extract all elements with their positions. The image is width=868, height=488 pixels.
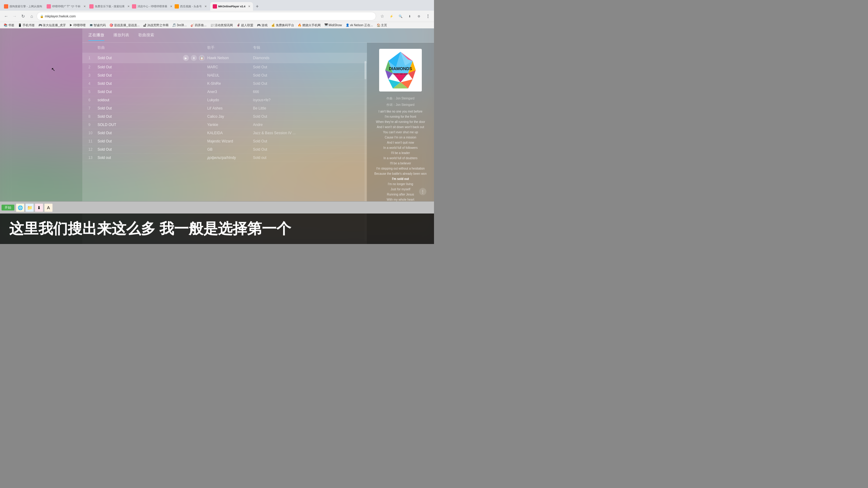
song-row-13[interactable]: 13 Sold out дофильтра/hIndy Sold out	[82, 154, 367, 162]
row-num-3: 3	[88, 73, 97, 78]
tab-1-label: 搜狗搜索引擎 - 上网从搜狗	[9, 5, 42, 8]
scroll-thumb[interactable]	[365, 61, 366, 79]
bookmark-midi[interactable]: 🎹 MidiShow	[323, 23, 343, 27]
bookmark-bili[interactable]: ▶ 哔哩哔哩	[68, 23, 87, 28]
more-options-button[interactable]: ⋮	[419, 188, 426, 195]
row-num-13: 13	[88, 155, 97, 160]
address-box[interactable]: 🔒 mkplayer.hwkxk.com	[37, 12, 376, 21]
download-btn-1[interactable]: ⬇	[191, 55, 197, 61]
bookmark-juezhan[interactable]: 🏕 决战荒野之华裔	[142, 23, 170, 28]
song-row-12[interactable]: 12 Sold Out GB Sold Out	[82, 145, 367, 154]
tab-2[interactable]: 哔哩哔哩(*ﾟ▽ﾟ*)ﾂ 干杯 ✕	[44, 2, 87, 11]
tab-6-close[interactable]: ✕	[247, 4, 251, 8]
tab-5[interactable]: 西瓜视频 - 头条号 ✕	[172, 2, 210, 11]
bookmark-si[interactable]: 🎸 四弄推...	[189, 23, 208, 28]
row-num-7: 7	[88, 106, 97, 110]
row-album-4: Sold Out	[253, 81, 361, 86]
tab-6-active[interactable]: MKOnlinePlayer v2.4 ✕	[210, 2, 253, 11]
taskbar-folder[interactable]: 📁	[25, 203, 34, 212]
row-artist-3: NAEUL	[207, 73, 253, 78]
tab-4[interactable]: 消息中心 - 哔哩哔哩弹幕 ✕	[129, 2, 172, 11]
song-row-6[interactable]: 6 soldout Lukydo isyous+fe?	[82, 96, 367, 104]
bookmark-game[interactable]: 🎮 游戏	[256, 23, 269, 28]
bookmark-star[interactable]: ☆	[378, 12, 386, 20]
album-art-svg: DIAMONDS HAWK NELSON	[379, 49, 422, 91]
search-btn[interactable]: 🔍	[397, 12, 404, 20]
row-num-1: 1	[88, 56, 97, 60]
lyric-line-12: I'm stepping out without a hesitation	[372, 166, 429, 171]
bookmark-phone[interactable]: 📱 手机书签	[17, 23, 36, 28]
row-artist-4: K-ShiRe	[207, 81, 253, 86]
bookmark-superman[interactable]: 🦸 超人联盟	[235, 23, 254, 28]
row-artist-1: Hawk Nelson	[207, 56, 253, 60]
lyric-line-9: I'll be a leader	[372, 150, 429, 155]
bookmark-huodong[interactable]: 📰 活动奖报讯网	[209, 23, 235, 28]
song-row-3[interactable]: 3 Sold Out NAEUL Sold Out	[82, 71, 367, 80]
song-row-8[interactable]: 8 Sold Out Calico Jay Sold Out	[82, 113, 367, 121]
tab-3[interactable]: 免费音乐下载 - 搜索结果 ✕	[87, 2, 129, 11]
tab-2-close[interactable]: ✕	[83, 4, 87, 8]
tab-search[interactable]: 歌曲搜索	[138, 32, 154, 41]
song-row-10[interactable]: 10 Sold Out KALEIDA Jazz & Bass Session …	[82, 129, 367, 137]
song-row-2[interactable]: 2 Sold Out MARC Sold Out	[82, 63, 367, 71]
tab-bar: 搜狗搜索引擎 - 上网从搜狗 ✕ 哔哩哔哩(*ﾟ▽ﾟ*)ﾂ 干杯 ✕ 免费音乐下…	[0, 0, 434, 11]
lyric-line-15: I'm no longer living	[372, 181, 429, 186]
play-btn-1[interactable]: ▶	[183, 55, 189, 61]
tab-now-playing[interactable]: 正在播放	[88, 32, 104, 41]
song-row-11[interactable]: 11 Sold Out Majestic Wizard Sold Out	[82, 137, 367, 145]
tab-3-close[interactable]: ✕	[126, 4, 129, 8]
tab-playlist[interactable]: 播放列表	[113, 32, 129, 41]
browser-chrome: 搜狗搜索引擎 - 上网从搜狗 ✕ 哔哩哔哩(*ﾟ▽ﾟ*)ﾂ 干杯 ✕ 免费音乐下…	[0, 0, 434, 28]
home-button[interactable]: ⌂	[28, 12, 35, 20]
bookmark-mianfei[interactable]: 💰 免费换码平台	[270, 23, 295, 28]
new-tab-button[interactable]: +	[253, 2, 261, 11]
lyric-line-5: You can't ever shut me up	[372, 130, 429, 135]
row-song-10: Sold Out	[97, 131, 183, 135]
bookmark-zhang[interactable]: 🎮 张大仙直播_虎牙	[37, 23, 67, 28]
tab-4-close[interactable]: ✕	[169, 4, 172, 8]
bookmark-shujian[interactable]: 📚 书签	[2, 23, 16, 28]
taskbar: 开始 🌐 📁 ⬇ A	[0, 201, 434, 213]
lyric-line-13: Because the battle's already been won	[372, 171, 429, 176]
album-art: DIAMONDS HAWK NELSON	[379, 49, 422, 91]
bookmark-zhicheng[interactable]: 💻 智诚代码	[88, 23, 107, 28]
download-btn[interactable]: ⬇	[406, 12, 413, 20]
song-row-7[interactable]: 7 Sold Out Lil' Ashes Be Little	[82, 104, 367, 113]
bookmark-home[interactable]: 🏠 主页	[375, 23, 389, 28]
row-num-9: 9	[88, 123, 97, 127]
song-row-5[interactable]: 5 Sold Out Aner3 666	[82, 88, 367, 96]
bookmark-nizhan[interactable]: 🎯 逆战直播_逆战直...	[108, 23, 141, 28]
tab-1[interactable]: 搜狗搜索引擎 - 上网从搜狗 ✕	[2, 2, 44, 11]
add-btn-1[interactable]: 📋	[199, 55, 205, 61]
song-row-1[interactable]: 1 Sold Out ▶ ⬇ 📋 Hawk Nelson Diamonds	[82, 53, 367, 63]
forward-button[interactable]: →	[11, 12, 18, 20]
row-artist-7: Lil' Ashes	[207, 106, 253, 110]
row-album-7: Be Little	[253, 106, 361, 110]
tab-3-label: 免费音乐下载 - 搜索结果	[95, 5, 125, 8]
refresh-button[interactable]: ↻	[20, 12, 27, 20]
tab-1-favicon	[4, 4, 8, 8]
tools-btn[interactable]: ⚙	[415, 12, 423, 20]
start-button[interactable]: 开始	[2, 205, 14, 210]
row-album-12: Sold Out	[253, 147, 361, 151]
taskbar-ie[interactable]: 🌐	[16, 203, 24, 212]
menu-btn[interactable]: ⋮	[424, 12, 432, 20]
bookmark-ranshao[interactable]: 🔥 燃烧火手机网	[297, 23, 322, 28]
taskbar-adobe[interactable]: A	[44, 203, 53, 212]
song-row-9[interactable]: 9 SOLD OUT Yankie Andre	[82, 121, 367, 129]
bookmark-3re[interactable]: 🎵 3re弹...	[171, 23, 188, 28]
row-album-11: Sold Out	[253, 139, 361, 143]
back-button[interactable]: ←	[2, 12, 10, 20]
bookmark-vk[interactable]: 👤 vk Nelson 正在...	[344, 23, 374, 28]
song-row-4[interactable]: 4 Sold Out K-ShiRe Sold Out	[82, 80, 367, 88]
row-num-8: 8	[88, 114, 97, 119]
taskbar-download[interactable]: ⬇	[35, 203, 43, 212]
extensions-btn[interactable]: ⚡	[388, 12, 395, 20]
row-artist-12: GB	[207, 147, 253, 151]
row-artist-10: KALEIDA	[207, 131, 253, 135]
lyric-line-14: I'm sold out	[372, 176, 429, 181]
row-num-12: 12	[88, 147, 97, 151]
lock-icon: 🔒	[40, 15, 43, 18]
row-song-1: Sold Out	[97, 56, 183, 60]
tab-5-close[interactable]: ✕	[204, 4, 208, 8]
